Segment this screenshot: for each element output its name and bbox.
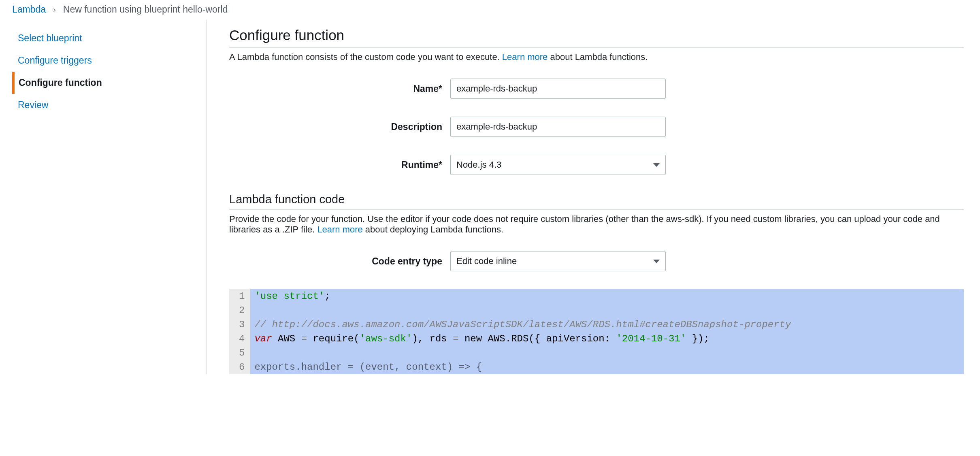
runtime-select[interactable]: Node.js 4.3 <box>450 155 666 175</box>
line-number: 3 <box>239 317 245 332</box>
code-section-description: Provide the code for your function. Use … <box>229 214 964 235</box>
form-row-runtime: Runtime* Node.js 4.3 <box>229 155 964 175</box>
code-desc-suffix: about deploying Lambda functions. <box>363 224 503 234</box>
code-line: exports.handler = (event, context) => { <box>254 360 964 374</box>
chevron-down-icon <box>653 163 660 167</box>
wizard-sidebar: Select blueprint Configure triggers Conf… <box>8 20 207 374</box>
code-section-title: Lambda function code <box>229 193 964 206</box>
breadcrumb-current: New function using blueprint hello-world <box>63 4 228 15</box>
breadcrumb: Lambda › New function using blueprint he… <box>0 0 980 20</box>
divider <box>229 47 964 48</box>
form-row-name: Name* <box>229 79 964 99</box>
chevron-down-icon <box>653 260 660 263</box>
runtime-selected-value: Node.js 4.3 <box>456 160 501 170</box>
code-line: var AWS = require('aws-sdk'), rds = new … <box>254 332 964 346</box>
sidebar-step-review[interactable]: Review <box>12 94 198 116</box>
code-gutter: 123456 <box>229 289 250 374</box>
name-input[interactable] <box>450 79 666 99</box>
code-content[interactable]: 'use strict'; // http://docs.aws.amazon.… <box>250 289 964 374</box>
description-label: Description <box>229 121 450 132</box>
form-row-code-entry-type: Code entry type Edit code inline <box>229 251 964 271</box>
desc-text: A Lambda function consists of the custom… <box>229 52 502 62</box>
learn-more-link-code[interactable]: Learn more <box>317 224 363 234</box>
line-number: 1 <box>239 289 245 303</box>
code-editor[interactable]: 123456 'use strict'; // http://docs.aws.… <box>229 289 964 374</box>
breadcrumb-root[interactable]: Lambda <box>12 4 46 15</box>
line-number: 2 <box>239 303 245 317</box>
desc-text-suffix: about Lambda functions. <box>548 52 648 62</box>
line-number: 6 <box>239 360 245 374</box>
sidebar-step-configure-triggers[interactable]: Configure triggers <box>12 49 198 72</box>
description-input[interactable] <box>450 117 666 137</box>
code-entry-type-label: Code entry type <box>229 256 450 267</box>
learn-more-link[interactable]: Learn more <box>502 52 548 62</box>
page-title: Configure function <box>229 27 964 43</box>
sidebar-step-configure-function[interactable]: Configure function <box>12 72 198 94</box>
sidebar-step-select-blueprint[interactable]: Select blueprint <box>12 27 198 49</box>
line-number: 4 <box>239 332 245 346</box>
page-description: A Lambda function consists of the custom… <box>229 52 964 62</box>
main-content: Configure function A Lambda function con… <box>207 20 980 374</box>
runtime-label: Runtime* <box>229 160 450 170</box>
divider <box>229 209 964 210</box>
code-line <box>254 346 964 360</box>
code-line: 'use strict'; <box>254 289 964 303</box>
code-line <box>254 303 964 317</box>
name-label: Name* <box>229 83 450 94</box>
line-number: 5 <box>239 346 245 360</box>
code-line: // http://docs.aws.amazon.com/AWSJavaScr… <box>254 317 964 332</box>
chevron-right-icon: › <box>53 5 56 14</box>
code-entry-type-select[interactable]: Edit code inline <box>450 251 666 271</box>
form-row-description: Description <box>229 117 964 137</box>
code-entry-type-value: Edit code inline <box>456 256 517 266</box>
